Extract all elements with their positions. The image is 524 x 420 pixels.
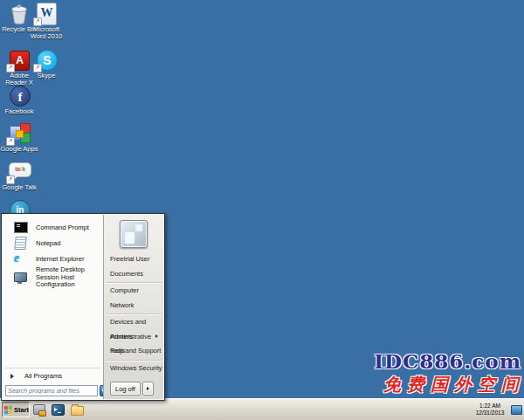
start-menu: Command Prompt Notepad e Internet Explor…: [1, 213, 165, 401]
start-menu-left-pane: Command Prompt Notepad e Internet Explor…: [3, 215, 103, 399]
shortcut-arrow-icon: ↗: [6, 137, 15, 146]
menu-item-network[interactable]: Network: [104, 299, 163, 313]
tray-display-icon[interactable]: [511, 405, 522, 415]
menu-item-internet-explorer[interactable]: e Internet Explorer: [3, 251, 103, 266]
menu-item-windows-security[interactable]: Windows Security: [104, 361, 163, 376]
shortcut-arrow-icon: ↗: [33, 17, 42, 26]
log-off-button[interactable]: Log off: [110, 382, 141, 396]
search-input[interactable]: [5, 385, 98, 396]
desktop-icon-facebook[interactable]: f Facebook: [0, 85, 38, 115]
desktop-icon-label: Facebook: [0, 108, 38, 115]
log-off-options-button[interactable]: [142, 382, 154, 396]
word-icon: W ↗: [35, 3, 58, 25]
google-apps-icon: ↗: [8, 122, 31, 145]
desktop: Recycle Bin W ↗ Microsoft Word 2010 A ↗ …: [0, 0, 524, 420]
clock-time: 1:22 AM: [469, 403, 511, 410]
desktop-icon-label: Microsoft Word 2010: [27, 26, 66, 40]
desktop-icon-google-apps[interactable]: ↗ Google Apps: [0, 122, 38, 153]
remote-desktop-icon: [14, 272, 27, 285]
menu-item-documents[interactable]: Documents: [104, 267, 163, 282]
start-button[interactable]: Start: [2, 402, 30, 417]
desktop-icon-google-talk[interactable]: talk ↗ Google Talk: [0, 161, 38, 191]
divider: [5, 368, 100, 368]
menu-item-computer[interactable]: Computer: [104, 284, 163, 299]
search-row: [5, 385, 111, 396]
desktop-icon-label: Google Talk: [0, 184, 38, 191]
submenu-arrow-icon: [155, 334, 160, 338]
divider: [106, 282, 162, 283]
menu-item-user-name[interactable]: Freetrial User: [104, 252, 163, 267]
right-arrow-icon: [147, 387, 151, 390]
menu-item-rdsh-configuration[interactable]: Remote Desktop Session Host Configuratio…: [3, 266, 103, 289]
server-manager-icon: [33, 404, 45, 415]
right-arrow-icon: [10, 374, 17, 379]
user-avatar[interactable]: [120, 220, 148, 248]
notepad-icon: [14, 237, 27, 250]
clock-date: 12/31/2013: [469, 410, 511, 417]
shortcut-arrow-icon: ↗: [6, 176, 15, 184]
start-menu-right-pane: Freetrial User Documents Computer Networ…: [103, 215, 163, 399]
watermark-line2: 免费国外空间: [374, 374, 524, 395]
menu-item-help-and-support[interactable]: Help and Support: [104, 344, 163, 359]
taskbar: Start 1:22 AM 12/31/2013: [0, 398, 524, 420]
desktop-icon-label: Google Apps: [0, 146, 38, 153]
windows-flag-icon: [4, 405, 13, 414]
menu-item-devices-and-printers[interactable]: Devices and Printers: [104, 315, 163, 330]
google-talk-icon: talk ↗: [8, 161, 31, 183]
internet-explorer-icon: e: [14, 252, 27, 265]
skype-icon: S ↗: [35, 49, 58, 72]
quicklaunch-server-manager[interactable]: [33, 403, 45, 416]
folder-icon: [71, 406, 84, 416]
quicklaunch-powershell[interactable]: [52, 403, 64, 416]
watermark: IDC886.com 免费国外空间: [374, 351, 521, 395]
menu-item-administrative-tools[interactable]: Administrative Tools: [104, 330, 163, 345]
shortcut-arrow-icon: ↗: [33, 64, 42, 72]
all-programs[interactable]: All Programs: [3, 369, 103, 382]
menu-item-command-prompt[interactable]: Command Prompt: [3, 219, 103, 235]
divider: [106, 360, 162, 361]
desktop-icon-skype[interactable]: S ↗ Skype: [27, 49, 66, 79]
watermark-line1: IDC886.com: [374, 351, 521, 372]
menu-item-notepad[interactable]: Notepad: [3, 235, 103, 251]
taskbar-clock[interactable]: 1:22 AM 12/31/2013: [469, 403, 511, 417]
logoff-row: Log off: [110, 382, 154, 396]
desktop-icon-word[interactable]: W ↗ Microsoft Word 2010: [27, 3, 66, 40]
desktop-icon-label: Skype: [27, 72, 66, 79]
command-prompt-icon: [14, 221, 27, 234]
quicklaunch-windows-explorer[interactable]: [71, 403, 83, 416]
facebook-icon: f: [8, 85, 31, 107]
shortcut-arrow-icon: ↗: [6, 64, 15, 72]
powershell-icon: [52, 404, 65, 416]
divider: [106, 313, 162, 314]
